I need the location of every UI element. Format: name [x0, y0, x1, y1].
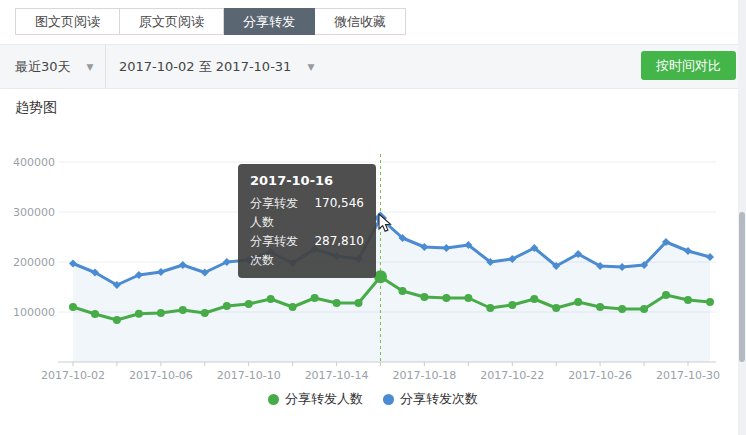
- chart-legend: 分享转发人数 分享转发次数: [0, 390, 746, 408]
- data-point-share-people[interactable]: [574, 298, 582, 306]
- data-point-share-people[interactable]: [684, 296, 692, 304]
- legend-label: 分享转发人数: [285, 390, 363, 408]
- analytics-page: 图文页阅读 原文页阅读 分享转发 微信收藏 最近30天 ▼ 2017-10-02…: [0, 0, 746, 435]
- divider: [105, 45, 106, 88]
- tab-share-forward[interactable]: 分享转发: [224, 8, 315, 35]
- data-point-share-people[interactable]: [530, 295, 538, 303]
- chevron-down-icon: ▼: [87, 62, 94, 72]
- x-axis-tick-label: 2017-10-26: [568, 369, 632, 382]
- chart-tooltip: 2017-10-16 分享转发人数 170,546 分享转发次数 287,810: [238, 164, 376, 278]
- section-title-trend-chart: 趋势图: [15, 99, 57, 117]
- x-axis-tick-label: 2017-10-30: [656, 369, 720, 382]
- data-point-share-people[interactable]: [91, 310, 99, 318]
- tooltip-series-label: 分享转发次数: [250, 232, 304, 270]
- data-point-share-people[interactable]: [245, 300, 253, 308]
- chevron-down-icon: ▼: [307, 62, 314, 72]
- x-axis-tick-label: 2017-10-22: [480, 369, 544, 382]
- filter-bar: 最近30天 ▼ 2017-10-02 至 2017-10-31 ▼ 按时间对比: [0, 44, 746, 89]
- data-point-share-people[interactable]: [552, 304, 560, 312]
- tooltip-row: 分享转发次数 287,810: [250, 232, 364, 270]
- y-axis-tick-label: 400000: [13, 156, 55, 169]
- legend-label: 分享转发次数: [400, 390, 478, 408]
- scrollbar-thumb[interactable]: [739, 212, 745, 362]
- series-area-fill: [73, 218, 710, 362]
- legend-item-share-people[interactable]: 分享转发人数: [268, 390, 363, 408]
- tab-wechat-favorites[interactable]: 微信收藏: [315, 8, 406, 35]
- date-range-label: 2017-10-02 至 2017-10-31: [119, 58, 291, 76]
- compare-by-time-button[interactable]: 按时间对比: [641, 51, 736, 80]
- data-point-share-people[interactable]: [618, 305, 626, 313]
- data-point-share-people[interactable]: [267, 295, 275, 303]
- x-axis-tick-label: 2017-10-02: [41, 369, 105, 382]
- tooltip-series-value: 170,546: [314, 194, 364, 232]
- data-point-share-people[interactable]: [113, 316, 121, 324]
- y-axis-tick-label: 300000: [13, 206, 55, 219]
- data-point-share-people[interactable]: [596, 303, 604, 311]
- x-axis-tick-label: 2017-10-10: [217, 369, 281, 382]
- tab-bar: 图文页阅读 原文页阅读 分享转发 微信收藏: [15, 8, 406, 35]
- tooltip-row: 分享转发人数 170,546: [250, 194, 364, 232]
- tooltip-series-label: 分享转发人数: [250, 194, 304, 232]
- x-axis-tick-label: 2017-10-06: [129, 369, 193, 382]
- legend-item-share-times[interactable]: 分享转发次数: [383, 390, 478, 408]
- tooltip-date: 2017-10-16: [250, 173, 364, 188]
- scrollbar-track[interactable]: [738, 0, 746, 435]
- data-point-share-people[interactable]: [442, 294, 450, 302]
- y-axis-tick-label: 100000: [13, 306, 55, 319]
- data-point-share-people[interactable]: [201, 309, 209, 317]
- data-point-share-people[interactable]: [640, 305, 648, 313]
- data-point-share-people[interactable]: [179, 306, 187, 314]
- data-point-share-people[interactable]: [486, 304, 494, 312]
- data-point-share-people[interactable]: [157, 309, 165, 317]
- tooltip-series-value: 287,810: [314, 232, 364, 270]
- data-point-share-people[interactable]: [311, 294, 319, 302]
- y-axis-tick-label: 200000: [13, 256, 55, 269]
- data-point-share-people[interactable]: [355, 299, 363, 307]
- x-axis-tick-label: 2017-10-14: [305, 369, 369, 382]
- data-point-share-people[interactable]: [464, 294, 472, 302]
- data-point-share-people[interactable]: [223, 302, 231, 310]
- data-point-share-people[interactable]: [69, 303, 77, 311]
- data-point-share-people[interactable]: [662, 291, 670, 299]
- date-range-dropdown[interactable]: 2017-10-02 至 2017-10-31 ▼: [119, 45, 314, 88]
- x-axis-tick-label: 2017-10-18: [392, 369, 456, 382]
- tab-article-page-reads[interactable]: 图文页阅读: [15, 8, 120, 35]
- data-point-share-people[interactable]: [289, 303, 297, 311]
- time-range-label: 最近30天: [15, 58, 71, 76]
- tab-original-page-reads[interactable]: 原文页阅读: [120, 8, 224, 35]
- data-point-share-people[interactable]: [399, 287, 407, 295]
- data-point-share-people[interactable]: [135, 310, 143, 318]
- mouse-cursor-icon: [377, 213, 395, 233]
- data-point-share-people[interactable]: [333, 299, 341, 307]
- time-range-dropdown[interactable]: 最近30天 ▼: [15, 45, 111, 88]
- legend-dot-green: [268, 394, 279, 405]
- data-point-share-people[interactable]: [706, 298, 714, 306]
- data-point-share-people[interactable]: [420, 293, 428, 301]
- legend-dot-blue: [383, 394, 394, 405]
- data-point-share-people[interactable]: [508, 301, 516, 309]
